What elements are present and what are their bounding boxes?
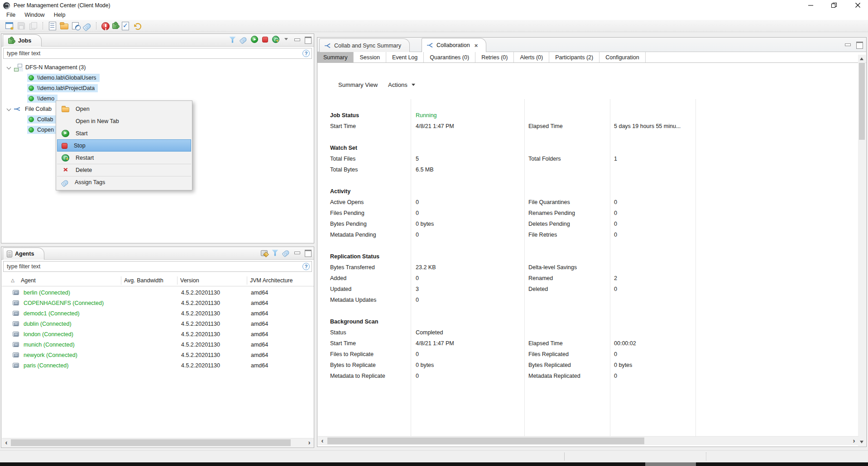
column-header-version[interactable]: Version [180,275,199,286]
help-icon[interactable] [302,50,310,57]
summary-table: Job Status Running Start Time 4/8/21 1:4… [329,99,856,437]
tab-participants[interactable]: Participants (2) [549,52,599,62]
tab-summary[interactable]: Summary [317,52,354,62]
tab-configuration[interactable]: Configuration [599,52,645,62]
scrollbar-thumb[interactable] [859,63,865,140]
tab-close-icon[interactable]: × [475,42,478,49]
tag-icon[interactable] [282,249,290,257]
agents-table-header: Agent Avg. Bandwidth Version JVM Archite… [2,275,314,286]
scrollbar-thumb[interactable] [11,439,291,446]
collab-branch-icon [324,43,331,49]
view-menu-chevron-icon[interactable] [283,36,289,43]
agent-row[interactable]: demodc1 (Connected) 4.5.2.20201130 amd64 [2,309,314,319]
scroll-left-icon[interactable]: ‹ [319,437,326,445]
tab-alerts[interactable]: Alerts (0) [514,52,549,62]
agents-horizontal-scrollbar[interactable]: ‹ › [2,438,314,447]
actions-dropdown[interactable]: Actions [385,80,418,90]
summary-label: Total Bytes [330,164,358,175]
puzzle-icon[interactable] [112,23,118,29]
jobs-filter-input[interactable] [7,50,302,57]
minimize-view-icon[interactable] [844,41,851,48]
edit-agent-icon[interactable] [261,250,268,256]
filter-icon[interactable] [229,37,236,43]
folder-jobs-icon[interactable] [60,21,69,30]
chevron-expand-icon[interactable] [5,64,13,71]
scrollbar-thumb[interactable] [327,437,644,444]
tab-retries[interactable]: Retries (0) [475,52,514,62]
new-job-icon[interactable] [5,21,14,30]
menu-item[interactable]: File [2,11,20,20]
scroll-up-icon[interactable] [860,57,863,60]
maximize-view-icon[interactable] [856,41,863,48]
window-restore-button[interactable] [829,0,839,10]
alert-icon[interactable] [101,22,110,30]
summary-value: 5 [416,153,419,164]
column-header-jvm-architecture[interactable]: JVM Architecture [250,275,293,286]
agent-row[interactable]: dublin (Connected) 4.5.2.20201130 amd64 [2,319,314,329]
context-menu-item[interactable]: Stop [57,139,191,152]
tree-item[interactable]: DFS-N Management (3) [2,62,313,72]
restart-icon[interactable] [272,36,279,43]
puzzle-icon [8,38,14,44]
context-menu-item[interactable]: Delete [57,164,191,176]
context-menu-item[interactable]: Restart [57,152,191,164]
chevron-expand-icon[interactable] [5,105,13,113]
maximize-view-icon[interactable] [304,36,311,43]
scroll-left-icon[interactable]: ‹ [3,438,10,447]
window-controls [806,0,863,10]
agent-row[interactable]: COPENHAGENFS (Connected) 4.5.2.20201130 … [2,298,314,309]
scroll-right-icon[interactable]: › [850,437,858,445]
agent-row[interactable]: berlin (Connected) 4.5.2.20201130 amd64 [2,288,314,298]
agents-filter-input[interactable] [7,263,302,270]
editor-vertical-scrollbar[interactable] [858,55,866,446]
editor-horizontal-scrollbar[interactable]: ‹ › [318,436,858,445]
tag-large-icon[interactable] [82,22,91,31]
agents-view-tab[interactable]: Agents [3,247,44,260]
context-menu-item[interactable]: Assign Tags [57,176,191,188]
tab-quarantines[interactable]: Quarantines (0) [424,52,475,62]
agent-row[interactable]: london (Connected) 4.5.2.20201130 amd64 [2,329,314,340]
schedule-icon[interactable] [72,21,81,30]
agent-machine-icon [13,352,19,357]
refresh-icon[interactable] [133,22,141,30]
context-menu-item[interactable]: Start [57,127,191,139]
window-minimize-button[interactable] [806,0,815,10]
sort-ascending-icon[interactable] [9,277,16,284]
scroll-right-icon[interactable]: › [306,438,313,447]
minimize-view-icon[interactable] [293,36,300,43]
context-menu-item[interactable]: Open [57,103,191,115]
maximize-view-icon[interactable] [304,249,311,256]
summary-row: Updated 3 Deleted 0 [329,284,856,295]
jobs-view-tab[interactable]: Jobs [3,34,42,47]
menu-item[interactable]: Window [20,11,49,20]
scroll-down-icon[interactable] [860,441,863,443]
agent-row[interactable]: paris (Connected) 4.5.2.20201130 amd64 [2,361,314,371]
tab-session[interactable]: Session [354,52,386,62]
summary-label: Bytes Replicated [528,360,571,371]
editor-tab-collaboration[interactable]: Collaboration × [422,38,486,52]
filter-icon[interactable] [272,250,278,256]
tree-item[interactable]: \\demo.lab\ProjectData [2,83,313,93]
save-icon[interactable] [17,21,26,30]
copy-icon[interactable] [29,21,38,30]
tree-item[interactable]: \\demo.lab\GlobalUsers [2,72,313,83]
column-header-agent[interactable]: Agent [21,275,36,286]
stop-icon[interactable] [262,37,268,43]
properties-icon[interactable] [48,21,57,30]
editor-tab-collab-and-sync-summary[interactable]: Collab and Sync Summary [319,38,410,52]
minimize-view-icon[interactable] [293,249,300,256]
agent-row[interactable]: newyork (Connected) 4.5.2.20201130 amd64 [2,350,314,361]
tab-event-log[interactable]: Event Log [386,52,424,62]
tag-icon[interactable] [240,36,248,44]
menu-item[interactable]: Help [49,11,70,20]
tree-item-label: Copen [37,127,54,133]
summary-row [329,175,856,186]
context-menu-item[interactable]: Open in New Tab [57,115,191,127]
collab-branch-icon [14,105,22,113]
agent-row[interactable]: munich (Connected) 4.5.2.20201130 amd64 [2,340,314,350]
help-icon[interactable] [302,263,310,270]
window-close-button[interactable] [853,0,863,10]
checklist-icon[interactable] [121,21,130,30]
column-header-avg-bandwidth[interactable]: Avg. Bandwidth [124,275,163,286]
start-icon[interactable] [251,36,258,43]
